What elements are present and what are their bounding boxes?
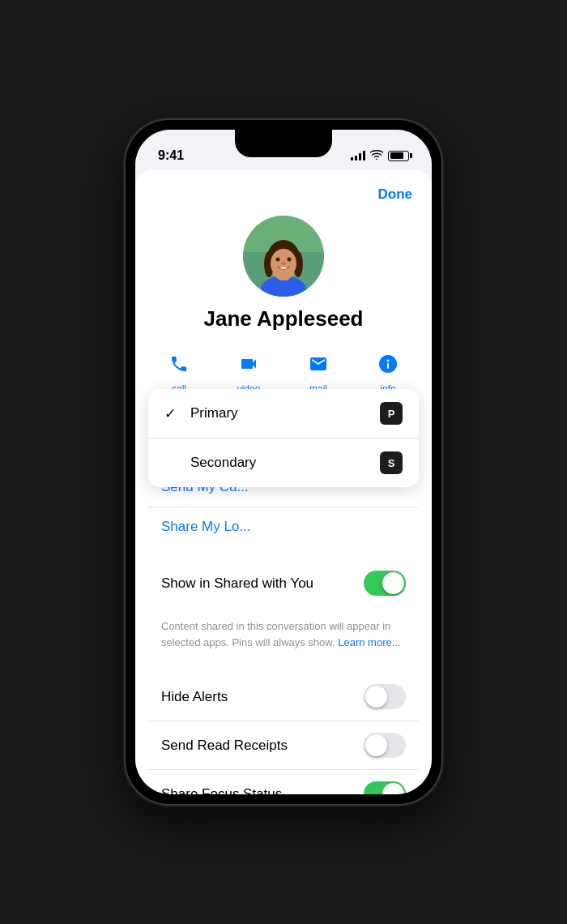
contact-avatar-section: Jane Appleseed: [148, 216, 419, 332]
send-read-receipts-toggle[interactable]: [364, 733, 406, 758]
focus-status-thumb: [382, 783, 404, 794]
phone-frame: 9:41: [126, 120, 441, 804]
alerts-section: Hide Alerts Send Read Receipts: [148, 673, 419, 794]
video-icon: [239, 354, 258, 379]
svg-point-12: [281, 262, 286, 265]
sheet-content[interactable]: Done: [135, 170, 432, 794]
show-in-shared-toggle[interactable]: [364, 571, 406, 596]
share-focus-status-toggle[interactable]: [364, 781, 406, 794]
signal-bar-2: [355, 156, 357, 160]
signal-bar-4: [363, 151, 365, 160]
signal-bar-1: [351, 157, 353, 160]
notch: [235, 130, 332, 157]
secondary-badge: S: [380, 451, 403, 474]
status-time: 9:41: [158, 148, 184, 163]
svg-point-11: [288, 258, 292, 262]
read-receipts-thumb: [365, 734, 387, 756]
learn-more-link[interactable]: Learn more...: [338, 636, 400, 648]
share-my-location-label: Share My Lo...: [161, 519, 251, 535]
wifi-icon: [370, 150, 383, 162]
secondary-checkmark: ✓: [164, 455, 181, 472]
phone-icon: [169, 354, 189, 379]
dropdown-item-secondary[interactable]: ✓ Secondary S: [148, 438, 419, 487]
conversation-line-dropdown[interactable]: ✓ Primary P ✓ Secondary S: [148, 389, 419, 487]
battery-fill: [390, 152, 404, 159]
share-focus-status-label: Share Focus Status: [161, 786, 282, 795]
hide-alerts-thumb: [365, 686, 387, 708]
hide-alerts-toggle[interactable]: [364, 684, 406, 709]
show-in-shared-row[interactable]: Show in Shared with You: [148, 559, 419, 607]
show-in-shared-label: Show in Shared with You: [161, 575, 313, 592]
avatar: [243, 216, 324, 297]
share-my-location-row[interactable]: Share My Lo...: [148, 507, 419, 546]
info-icon: [378, 354, 398, 379]
dropdown-item-primary[interactable]: ✓ Primary P: [148, 389, 419, 438]
battery-icon: [388, 151, 409, 161]
done-button[interactable]: Done: [372, 183, 420, 206]
done-button-row: Done: [148, 183, 419, 206]
shared-with-you-section: Show in Shared with You Content shared i…: [148, 559, 419, 660]
avatar-image: [243, 216, 324, 297]
shared-description: Content shared in this conversation will…: [148, 614, 419, 660]
hide-alerts-label: Hide Alerts: [161, 689, 228, 705]
svg-point-14: [387, 360, 390, 362]
status-icons: [351, 150, 409, 162]
primary-label: Primary: [190, 405, 380, 421]
secondary-label: Secondary: [190, 455, 380, 471]
sheet-card: Done: [135, 170, 432, 794]
alerts-card: Hide Alerts Send Read Receipts: [148, 673, 419, 794]
contact-name: Jane Appleseed: [203, 306, 363, 332]
svg-point-10: [276, 258, 280, 262]
hide-alerts-row[interactable]: Hide Alerts: [148, 673, 419, 721]
primary-badge: P: [380, 402, 403, 425]
send-read-receipts-row[interactable]: Send Read Receipts: [148, 721, 419, 770]
checkmark-icon: ✓: [164, 405, 181, 422]
signal-bar-3: [359, 153, 361, 160]
mail-icon: [309, 354, 328, 379]
phone-screen: 9:41: [135, 130, 432, 794]
send-read-receipts-label: Send Read Receipts: [161, 738, 288, 754]
svg-rect-15: [387, 363, 389, 369]
share-focus-status-row[interactable]: Share Focus Status: [148, 770, 419, 794]
shared-with-you-card: Show in Shared with You: [148, 559, 419, 607]
signal-bars-icon: [351, 151, 365, 160]
toggle-thumb: [382, 572, 404, 594]
